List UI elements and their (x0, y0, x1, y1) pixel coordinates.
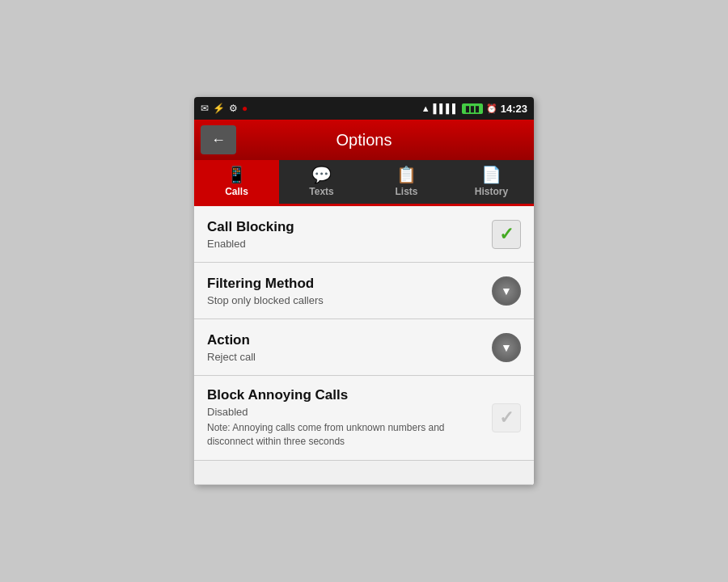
tab-texts[interactable]: 💬 Texts (279, 160, 364, 204)
filtering-method-item[interactable]: Filtering Method Stop only blocked calle… (194, 263, 534, 319)
back-arrow-icon: ← (211, 132, 226, 149)
action-dropdown[interactable]: ▼ (492, 333, 521, 362)
texts-icon: 💬 (311, 167, 332, 183)
block-annoying-item[interactable]: Block Annoying Calls Disabled Note: Anno… (194, 376, 534, 461)
action-subtitle: Reject call (207, 351, 482, 363)
filtering-method-title: Filtering Method (207, 276, 482, 292)
call-blocking-checkbox[interactable]: ✓ (492, 220, 521, 249)
action-title: Action (207, 332, 482, 348)
block-annoying-subtitle: Disabled (207, 406, 482, 418)
usb-icon: ⚙ (229, 103, 238, 114)
call-blocking-info: Call Blocking Enabled (207, 219, 492, 250)
action-item[interactable]: Action Reject call ▼ (194, 319, 534, 376)
status-right-icons: ▲ ▌▌▌▌ ▮▮▮ ⏰ 14:23 (421, 103, 527, 115)
checkmark-icon: ✓ (499, 224, 514, 245)
block-annoying-checkbox[interactable]: ✓ (492, 403, 521, 432)
tab-lists-label: Lists (395, 186, 417, 197)
tab-calls-label: Calls (225, 186, 248, 197)
call-blocking-title: Call Blocking (207, 219, 482, 235)
tab-history[interactable]: 📄 History (449, 160, 534, 204)
block-annoying-info: Block Annoying Calls Disabled Note: Anno… (207, 387, 492, 449)
block-annoying-note: Note: Annoying calls come from unknown n… (207, 421, 482, 449)
tab-lists[interactable]: 📋 Lists (364, 160, 449, 204)
tab-bar: 📱 Calls 💬 Texts 📋 Lists 📄 History (194, 160, 534, 206)
time-display: 14:23 (501, 103, 527, 115)
title-bar: ← Options (194, 120, 534, 160)
tab-texts-label: Texts (309, 186, 333, 197)
battery-icon: ▮▮▮ (462, 103, 483, 114)
filtering-method-subtitle: Stop only blocked callers (207, 294, 482, 306)
action-info: Action Reject call (207, 332, 492, 363)
phone-frame: ✉ ⚡ ⚙ ● ▲ ▌▌▌▌ ▮▮▮ ⏰ 14:23 ← Options 📱 C… (194, 97, 534, 485)
alarm-icon: ⏰ (486, 103, 497, 114)
history-icon: 📄 (481, 167, 502, 183)
block-annoying-title: Block Annoying Calls (207, 387, 482, 403)
lists-icon: 📋 (396, 167, 417, 183)
back-button[interactable]: ← (201, 125, 236, 154)
signal-icon: ▌▌▌▌ (434, 103, 459, 113)
bottom-spacer (194, 461, 534, 485)
tab-history-label: History (475, 186, 508, 197)
status-left-icons: ✉ ⚡ ⚙ ● (201, 103, 248, 114)
dropdown-arrow-icon-2: ▼ (501, 341, 512, 354)
disabled-checkmark-icon: ✓ (499, 407, 514, 428)
notification-icon: ⚡ (213, 103, 225, 114)
email-icon: ✉ (201, 103, 209, 114)
call-blocking-item[interactable]: Call Blocking Enabled ✓ (194, 206, 534, 263)
filtering-method-dropdown[interactable]: ▼ (492, 276, 521, 306)
status-bar: ✉ ⚡ ⚙ ● ▲ ▌▌▌▌ ▮▮▮ ⏰ 14:23 (194, 97, 534, 120)
dropdown-arrow-icon: ▼ (501, 285, 512, 297)
tab-calls[interactable]: 📱 Calls (194, 160, 279, 204)
calls-icon: 📱 (226, 167, 247, 183)
call-blocking-subtitle: Enabled (207, 238, 482, 250)
wifi-icon: ▲ (421, 103, 430, 113)
settings-content: Call Blocking Enabled ✓ Filtering Method… (194, 206, 534, 485)
filtering-method-info: Filtering Method Stop only blocked calle… (207, 276, 492, 306)
call-icon: ● (242, 103, 248, 114)
page-title: Options (243, 131, 485, 150)
